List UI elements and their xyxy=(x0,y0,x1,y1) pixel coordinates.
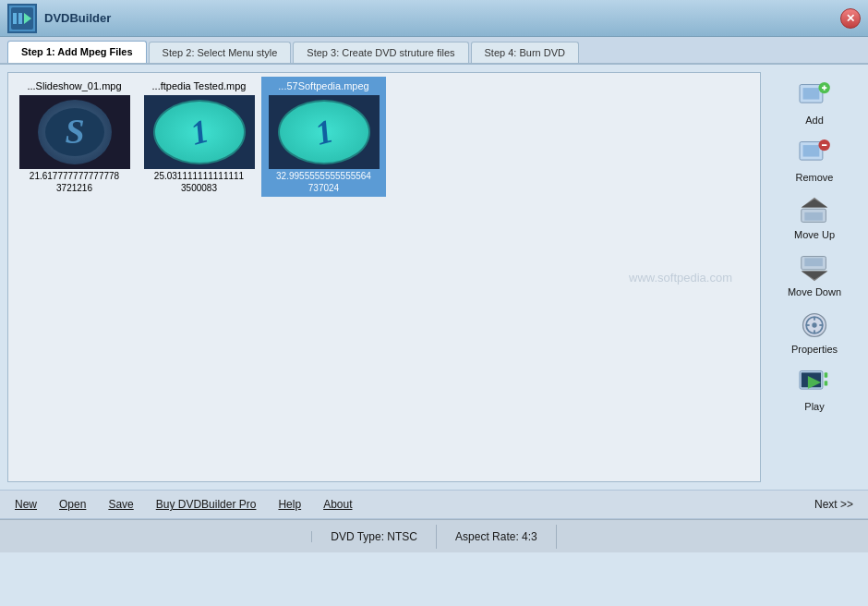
svg-rect-10 xyxy=(824,85,826,90)
thumbnail-2: 1 xyxy=(144,95,255,169)
main-area: www.softpedia.com ...Slideshow_01.mpg S … xyxy=(0,65,868,490)
svg-marker-18 xyxy=(802,200,827,208)
svg-rect-26 xyxy=(806,324,810,326)
menu-help[interactable]: Help xyxy=(278,498,301,511)
file-value2-3: 737024 xyxy=(265,183,382,193)
file-name-1: ...Slideshow_01.mpg xyxy=(16,80,133,91)
play-label: Play xyxy=(804,401,824,412)
thumbnail-3: 1 xyxy=(269,95,380,169)
next-button[interactable]: Next >> xyxy=(814,498,853,511)
tab-create-dvd[interactable]: Step 3: Create DVD struture files xyxy=(293,42,468,63)
play-icon xyxy=(796,366,833,399)
menu-new[interactable]: New xyxy=(15,498,37,511)
status-aspect-rate: Aspect Rate: 4:3 xyxy=(437,525,557,549)
svg-rect-33 xyxy=(825,372,828,377)
add-label: Add xyxy=(805,115,824,126)
add-button[interactable]: Add xyxy=(768,76,861,129)
svg-rect-12 xyxy=(803,145,820,156)
thumbnail-1: S xyxy=(19,95,130,169)
file-value2-2: 3500083 xyxy=(140,183,258,193)
svg-rect-7 xyxy=(803,88,820,99)
svg-rect-14 xyxy=(822,144,826,146)
svg-text:S: S xyxy=(65,112,84,151)
move-up-label: Move Up xyxy=(794,229,835,240)
tab-burn-dvd[interactable]: Step 4: Burn DVD xyxy=(471,42,579,63)
move-down-button[interactable]: Move Down xyxy=(768,248,861,301)
tab-add-mpeg[interactable]: Step 1: Add Mpeg Files xyxy=(7,41,147,63)
menu-buy[interactable]: Buy DVDBuilder Pro xyxy=(156,498,257,511)
title-bar-left: DVDBuilder xyxy=(7,4,111,33)
file-value1-1: 21.617777777777778 xyxy=(16,171,133,181)
file-item-1[interactable]: ...Slideshow_01.mpg S 21.617777777777778… xyxy=(12,77,137,197)
app-title: DVDBuilder xyxy=(44,11,111,25)
file-value2-1: 3721216 xyxy=(16,183,133,193)
svg-rect-16 xyxy=(804,212,823,221)
remove-label: Remove xyxy=(796,172,834,183)
svg-rect-1 xyxy=(13,13,17,24)
svg-rect-27 xyxy=(819,324,823,326)
svg-point-25 xyxy=(812,322,816,327)
move-up-button[interactable]: Move Up xyxy=(768,190,861,244)
status-dvd-type: DVD Type: NTSC xyxy=(312,525,437,549)
remove-button[interactable]: Remove xyxy=(768,133,861,187)
status-empty xyxy=(0,531,312,542)
app-icon xyxy=(7,4,37,33)
file-thumbnails: ...Slideshow_01.mpg S 21.617777777777778… xyxy=(8,73,760,200)
move-up-icon xyxy=(796,194,833,227)
watermark: www.softpedia.com xyxy=(629,271,732,285)
tab-select-menu[interactable]: Step 2: Select Menu style xyxy=(149,42,292,63)
title-bar: DVDBuilder ✕ xyxy=(0,0,868,37)
file-item-2[interactable]: ...ftpedia Tested.mpg 1 25.0311111111111… xyxy=(137,77,261,197)
file-value1-3: 32.9955555555555564 xyxy=(265,171,382,181)
remove-icon xyxy=(796,137,833,170)
status-extra xyxy=(557,531,868,542)
svg-rect-20 xyxy=(804,258,823,266)
thumb-inner-1: S xyxy=(38,100,112,164)
svg-rect-2 xyxy=(18,13,22,24)
svg-rect-29 xyxy=(814,330,815,333)
sidebar-buttons: Add Remove xyxy=(768,72,861,482)
file-list-area: www.softpedia.com ...Slideshow_01.mpg S … xyxy=(7,72,761,482)
move-down-label: Move Down xyxy=(788,286,841,297)
clock-num-3: 1 xyxy=(310,111,336,152)
thumb-clock-2: 1 xyxy=(153,100,246,164)
menu-open[interactable]: Open xyxy=(59,498,86,511)
menu-bar: New Open Save Buy DVDBuilder Pro Help Ab… xyxy=(0,490,868,519)
properties-icon xyxy=(796,309,833,342)
tabs-bar: Step 1: Add Mpeg Files Step 2: Select Me… xyxy=(0,37,868,65)
move-down-icon xyxy=(796,251,833,285)
menu-about[interactable]: About xyxy=(323,498,352,511)
svg-rect-34 xyxy=(825,381,828,385)
file-item-3[interactable]: ...57Softpedia.mpeg 1 32.995555555555556… xyxy=(261,77,386,197)
file-name-3: ...57Softpedia.mpeg xyxy=(265,80,382,91)
file-name-2: ...ftpedia Tested.mpg xyxy=(140,80,258,91)
clock-num-2: 1 xyxy=(186,111,211,152)
file-value1-2: 25.031111111111111 xyxy=(140,171,258,181)
add-icon xyxy=(796,79,833,113)
menu-save[interactable]: Save xyxy=(108,498,133,511)
svg-marker-22 xyxy=(802,272,827,280)
properties-label: Properties xyxy=(791,344,838,355)
play-button[interactable]: Play xyxy=(768,362,861,416)
close-button[interactable]: ✕ xyxy=(840,8,861,29)
status-bar: DVD Type: NTSC Aspect Rate: 4:3 xyxy=(0,519,868,552)
svg-rect-28 xyxy=(814,317,815,321)
thumb-clock-3: 1 xyxy=(278,100,370,164)
properties-button[interactable]: Properties xyxy=(768,305,861,358)
